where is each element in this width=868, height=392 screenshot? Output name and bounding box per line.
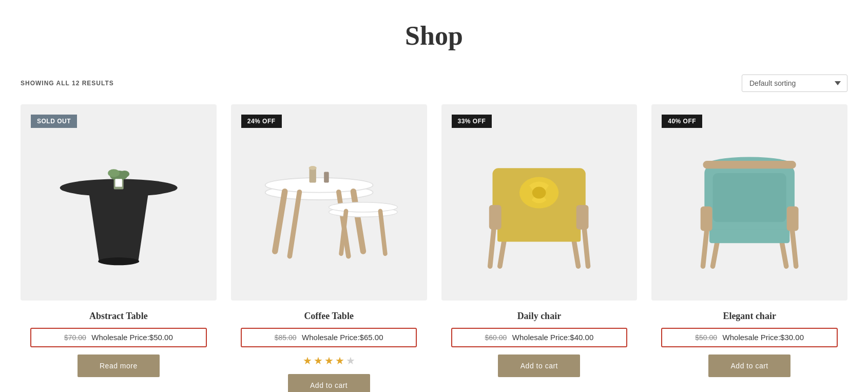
add-to-cart-button[interactable]: Add to cart (498, 354, 580, 377)
add-to-cart-button[interactable]: Add to cart (708, 354, 790, 377)
price-original: $70.00 (64, 333, 86, 342)
svg-rect-6 (115, 179, 122, 186)
svg-rect-38 (787, 207, 799, 231)
product-badge-discount: 33% OFF (452, 115, 492, 128)
products-grid: SOLD OUT Abstract (21, 104, 847, 392)
svg-point-8 (265, 178, 373, 193)
product-name: Elegant chair (723, 311, 776, 322)
product-image-container: 24% OFF (231, 104, 427, 301)
product-image-container: 33% OFF (441, 104, 638, 301)
svg-line-11 (290, 192, 299, 256)
price-wholesale: Wholesale Price:$30.00 (723, 333, 804, 342)
svg-rect-26 (489, 205, 501, 230)
svg-point-5 (120, 171, 129, 177)
coffee-table-image (250, 124, 407, 281)
star-3: ★ (324, 354, 334, 367)
product-image-container: 40% OFF (651, 104, 847, 301)
product-image-container: SOLD OUT (21, 104, 217, 301)
svg-point-18 (308, 166, 316, 170)
shop-toolbar: SHOWING ALL 12 RESULTS Default sorting S… (21, 66, 847, 104)
svg-line-16 (380, 211, 385, 254)
product-badge-sold-out: SOLD OUT (31, 115, 77, 128)
star-2: ★ (314, 354, 323, 367)
svg-rect-24 (497, 225, 581, 241)
product-card-abstract-table: SOLD OUT Abstract (21, 104, 217, 392)
star-5: ★ (346, 354, 355, 367)
price-wholesale: Wholesale Price:$65.00 (302, 333, 383, 342)
price-original: $85.00 (275, 333, 297, 342)
svg-line-33 (781, 239, 786, 266)
product-card-daily-chair: 33% OFF (441, 104, 638, 392)
results-count: SHOWING ALL 12 RESULTS (21, 80, 114, 87)
price-wholesale: Wholesale Price:$40.00 (512, 333, 593, 342)
svg-point-1 (98, 257, 139, 265)
svg-rect-37 (701, 207, 712, 231)
svg-point-29 (532, 186, 546, 198)
svg-line-32 (713, 239, 718, 266)
product-name: Coffee Table (304, 311, 354, 322)
product-name: Daily chair (517, 311, 562, 322)
svg-rect-27 (576, 205, 589, 230)
svg-rect-39 (703, 161, 796, 169)
daily-chair-image (466, 129, 612, 276)
elegant-chair-image (676, 129, 823, 276)
svg-rect-17 (309, 168, 316, 183)
sort-select[interactable]: Default sorting Sort by popularity Sort … (742, 74, 847, 92)
product-badge-discount: 24% OFF (241, 115, 282, 128)
product-card-elegant-chair: 40% OFF (651, 104, 847, 392)
product-name: Abstract Table (89, 311, 148, 322)
price-box: $60.00 Wholesale Price:$40.00 (451, 328, 628, 347)
svg-rect-19 (324, 172, 329, 183)
page-title: Shop (21, 0, 847, 66)
svg-line-10 (353, 192, 363, 251)
product-card-coffee-table: 24% OFF (231, 104, 427, 392)
star-4: ★ (335, 354, 344, 367)
read-more-button[interactable]: Read more (78, 354, 160, 377)
svg-rect-40 (713, 173, 786, 222)
abstract-table-image (45, 129, 192, 276)
price-box: $50.00 Wholesale Price:$30.00 (661, 328, 838, 347)
price-wholesale: Wholesale Price:$50.00 (91, 333, 172, 342)
product-badge-discount: 40% OFF (662, 115, 702, 128)
svg-line-9 (275, 192, 285, 251)
star-rating: ★ ★ ★ ★ ★ (303, 354, 355, 367)
svg-point-14 (329, 202, 398, 212)
svg-point-4 (108, 169, 120, 177)
price-box: $85.00 Wholesale Price:$65.00 (241, 328, 417, 347)
price-original: $60.00 (485, 333, 507, 342)
price-box: $70.00 Wholesale Price:$50.00 (30, 328, 207, 347)
price-original: $50.00 (695, 333, 717, 342)
star-1: ★ (303, 354, 312, 367)
add-to-cart-button[interactable]: Add to cart (288, 374, 370, 392)
